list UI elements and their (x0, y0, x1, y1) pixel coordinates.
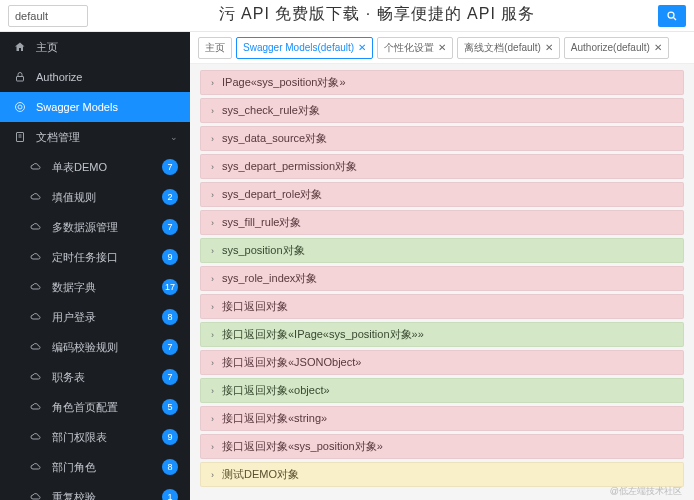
svg-point-4 (18, 105, 22, 109)
tab-label: 个性化设置 (384, 41, 434, 55)
model-row[interactable]: ›接口返回对象«sys_position对象» (200, 434, 684, 459)
close-icon[interactable]: ✕ (358, 42, 366, 53)
sidebar-item-label: 定时任务接口 (52, 250, 118, 265)
sidebar: 主页AuthorizeSwagger Models文档管理⌄单表DEMO7填值规… (0, 32, 190, 500)
sidebar-item[interactable]: 定时任务接口9 (0, 242, 190, 272)
doc-icon (12, 131, 28, 143)
model-name: sys_depart_permission对象 (222, 159, 357, 174)
model-row[interactable]: ›sys_depart_permission对象 (200, 154, 684, 179)
count-badge: 17 (162, 279, 178, 295)
sidebar-item[interactable]: 单表DEMO7 (0, 152, 190, 182)
model-name: 接口返回对象 (222, 299, 288, 314)
cloud-icon (28, 251, 44, 263)
sidebar-item[interactable]: 职务表7 (0, 362, 190, 392)
sidebar-item[interactable]: 部门角色8 (0, 452, 190, 482)
model-row[interactable]: ›sys_role_index对象 (200, 266, 684, 291)
model-row[interactable]: ›测试DEMO对象 (200, 462, 684, 487)
sidebar-item-swagger-models[interactable]: Swagger Models (0, 92, 190, 122)
sidebar-item-authorize[interactable]: Authorize (0, 62, 190, 92)
tab[interactable]: 个性化设置✕ (377, 37, 453, 59)
count-badge: 8 (162, 459, 178, 475)
cloud-icon (28, 221, 44, 233)
model-row[interactable]: ›sys_data_source对象 (200, 126, 684, 151)
chevron-right-icon: › (211, 246, 214, 256)
svg-rect-2 (17, 77, 24, 82)
sidebar-item-label: 用户登录 (52, 310, 96, 325)
cloud-icon (28, 371, 44, 383)
main-area: 主页Swagger Models(default)✕个性化设置✕离线文档(def… (190, 32, 694, 500)
model-row[interactable]: ›sys_depart_role对象 (200, 182, 684, 207)
tab-label: Authorize(default) (571, 42, 650, 53)
sidebar-item[interactable]: 部门权限表9 (0, 422, 190, 452)
sidebar-item-label: 数据字典 (52, 280, 96, 295)
model-name: 接口返回对象«JSONObject» (222, 355, 361, 370)
model-row[interactable]: ›sys_check_rule对象 (200, 98, 684, 123)
sidebar-item-label: Swagger Models (36, 101, 118, 113)
search-button[interactable] (658, 5, 686, 27)
model-row[interactable]: ›sys_fill_rule对象 (200, 210, 684, 235)
sidebar-item[interactable]: 角色首页配置5 (0, 392, 190, 422)
count-badge: 7 (162, 159, 178, 175)
count-badge: 7 (162, 369, 178, 385)
model-row[interactable]: ›接口返回对象 (200, 294, 684, 319)
sidebar-item-label: 编码校验规则 (52, 340, 118, 355)
tab[interactable]: Swagger Models(default)✕ (236, 37, 373, 59)
cloud-icon (28, 281, 44, 293)
tab[interactable]: 主页 (198, 37, 232, 59)
chevron-right-icon: › (211, 274, 214, 284)
chevron-right-icon: › (211, 302, 214, 312)
sidebar-item[interactable]: 填值规则2 (0, 182, 190, 212)
tab-label: 离线文档(default) (464, 41, 541, 55)
chevron-down-icon: ⌄ (170, 132, 178, 142)
cloud-icon (28, 401, 44, 413)
chevron-right-icon: › (211, 470, 214, 480)
footer-text: @低左端技术社区 (610, 485, 682, 498)
chevron-right-icon: › (211, 330, 214, 340)
chevron-right-icon: › (211, 78, 214, 88)
close-icon[interactable]: ✕ (438, 42, 446, 53)
selector-input[interactable] (8, 5, 88, 27)
model-name: 接口返回对象«string» (222, 411, 327, 426)
model-name: sys_check_rule对象 (222, 103, 320, 118)
count-badge: 7 (162, 339, 178, 355)
model-row[interactable]: ›接口返回对象«object» (200, 378, 684, 403)
sidebar-item[interactable]: 用户登录8 (0, 302, 190, 332)
sidebar-item-label: 角色首页配置 (52, 400, 118, 415)
chevron-right-icon: › (211, 134, 214, 144)
model-name: 接口返回对象«sys_position对象» (222, 439, 383, 454)
cloud-icon (28, 461, 44, 473)
model-name: sys_data_source对象 (222, 131, 327, 146)
svg-point-0 (668, 12, 674, 18)
sidebar-item[interactable]: 多数据源管理7 (0, 212, 190, 242)
sidebar-item[interactable]: 数据字典17 (0, 272, 190, 302)
sidebar-item-label: 多数据源管理 (52, 220, 118, 235)
sidebar-item-label: 主页 (36, 40, 58, 55)
model-row[interactable]: ›接口返回对象«string» (200, 406, 684, 431)
model-name: sys_fill_rule对象 (222, 215, 301, 230)
sidebar-doc-manager[interactable]: 文档管理⌄ (0, 122, 190, 152)
close-icon[interactable]: ✕ (545, 42, 553, 53)
home-icon (12, 41, 28, 53)
page-title: 污 API 免费版下载 · 畅享便捷的 API 服务 (100, 4, 654, 25)
cloud-icon (28, 311, 44, 323)
count-badge: 7 (162, 219, 178, 235)
sidebar-item[interactable]: 编码校验规则7 (0, 332, 190, 362)
close-icon[interactable]: ✕ (654, 42, 662, 53)
model-row[interactable]: ›接口返回对象«IPage«sys_position对象»» (200, 322, 684, 347)
model-name: sys_depart_role对象 (222, 187, 322, 202)
cloud-icon (28, 191, 44, 203)
tab[interactable]: 离线文档(default)✕ (457, 37, 560, 59)
cloud-icon (28, 491, 44, 500)
model-row[interactable]: ›sys_position对象 (200, 238, 684, 263)
chevron-right-icon: › (211, 162, 214, 172)
chevron-right-icon: › (211, 218, 214, 228)
chevron-right-icon: › (211, 190, 214, 200)
svg-line-1 (674, 17, 677, 20)
swagger-icon (12, 101, 28, 113)
model-row[interactable]: ›IPage«sys_position对象» (200, 70, 684, 95)
sidebar-item-label: Authorize (36, 71, 82, 83)
tab[interactable]: Authorize(default)✕ (564, 37, 669, 59)
sidebar-item-主页[interactable]: 主页 (0, 32, 190, 62)
sidebar-item[interactable]: 重复校验1 (0, 482, 190, 500)
model-row[interactable]: ›接口返回对象«JSONObject» (200, 350, 684, 375)
